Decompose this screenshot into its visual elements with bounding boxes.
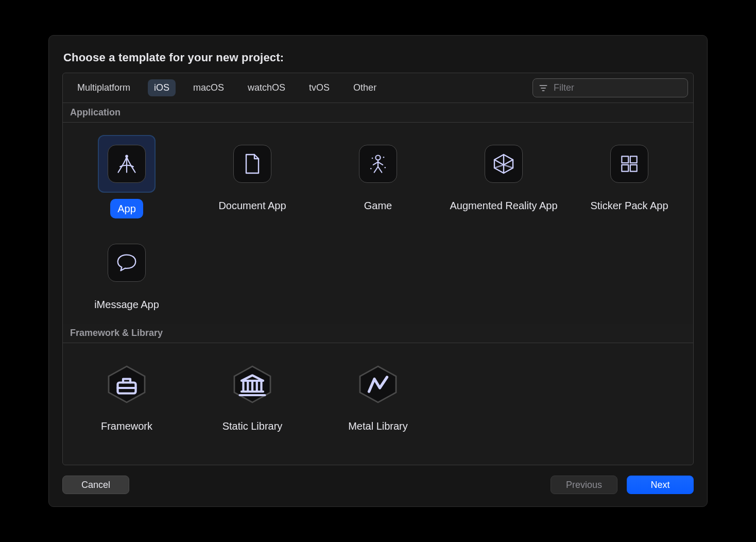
footer-buttons: Cancel Previous Next bbox=[62, 476, 694, 494]
app-icon bbox=[108, 145, 146, 183]
next-button[interactable]: Next bbox=[627, 476, 694, 494]
template-grid: App Document App Game bbox=[63, 123, 693, 324]
metal-icon bbox=[356, 363, 400, 406]
template-label: iMessage App bbox=[94, 298, 159, 311]
message-icon bbox=[108, 244, 146, 282]
svg-point-7 bbox=[383, 157, 385, 158]
svg-point-5 bbox=[375, 156, 380, 160]
template-label: App bbox=[110, 199, 143, 218]
template-label: Game bbox=[364, 199, 392, 212]
document-icon bbox=[233, 145, 271, 183]
template-tile-wrap bbox=[224, 135, 281, 193]
filter-icon bbox=[538, 83, 548, 93]
template-game[interactable]: Game bbox=[317, 128, 439, 223]
svg-rect-11 bbox=[630, 156, 637, 163]
section-header: Framework & Library bbox=[63, 324, 693, 343]
tab-watchos[interactable]: watchOS bbox=[242, 79, 291, 96]
section-framework-library: Framework & Library Framework Static Lib… bbox=[63, 324, 693, 445]
previous-button[interactable]: Previous bbox=[551, 476, 617, 494]
template-label: Framework bbox=[101, 419, 152, 433]
sections: Application App Document App bbox=[63, 103, 693, 445]
template-tile-wrap bbox=[600, 135, 658, 193]
svg-point-6 bbox=[372, 158, 373, 159]
section-application: Application App Document App bbox=[63, 103, 693, 324]
template-static-library[interactable]: Static Library bbox=[192, 348, 313, 437]
tab-multiplatform[interactable]: Multiplatform bbox=[71, 79, 136, 96]
template-imessage[interactable]: iMessage App bbox=[66, 227, 187, 315]
template-app[interactable]: App bbox=[66, 128, 187, 223]
template-tile-wrap bbox=[224, 355, 281, 413]
section-header: Application bbox=[63, 103, 693, 123]
template-document-app[interactable]: Document App bbox=[192, 128, 313, 223]
new-project-window: Choose a template for your new project: … bbox=[48, 35, 708, 507]
template-label: Metal Library bbox=[348, 419, 408, 433]
template-grid: Framework Static Library Metal Library bbox=[63, 343, 693, 445]
template-tile-wrap bbox=[349, 355, 407, 413]
tab-macos[interactable]: macOS bbox=[187, 79, 230, 96]
svg-point-4 bbox=[125, 155, 128, 158]
template-sticker-pack[interactable]: Sticker Pack App bbox=[569, 128, 690, 223]
template-tile-wrap bbox=[98, 135, 156, 193]
template-label: Static Library bbox=[222, 419, 283, 433]
template-metal-library[interactable]: Metal Library bbox=[317, 348, 439, 437]
svg-point-8 bbox=[384, 167, 386, 168]
template-label: Sticker Pack App bbox=[590, 199, 668, 212]
svg-rect-12 bbox=[622, 165, 628, 172]
filter-field[interactable] bbox=[532, 78, 688, 97]
toolbox-icon bbox=[105, 363, 148, 406]
template-tile-wrap bbox=[475, 135, 532, 193]
svg-point-9 bbox=[370, 168, 372, 170]
template-panel: MultiplatformiOSmacOSwatchOStvOSOther Ap… bbox=[62, 73, 694, 465]
template-ar-app[interactable]: Augmented Reality App bbox=[443, 128, 564, 223]
template-tile-wrap bbox=[98, 234, 156, 292]
library-icon bbox=[231, 363, 274, 406]
cancel-button[interactable]: Cancel bbox=[62, 476, 129, 494]
svg-rect-10 bbox=[622, 156, 628, 163]
platform-tabs: MultiplatformiOSmacOSwatchOStvOSOther bbox=[68, 79, 383, 96]
sticker-icon bbox=[610, 145, 648, 183]
topbar: MultiplatformiOSmacOSwatchOStvOSOther bbox=[63, 73, 693, 103]
svg-marker-14 bbox=[109, 366, 145, 402]
tab-tvos[interactable]: tvOS bbox=[303, 79, 336, 96]
filter-input[interactable] bbox=[553, 82, 682, 94]
template-label: Document App bbox=[218, 199, 286, 212]
template-label: Augmented Reality App bbox=[450, 199, 557, 212]
ar-icon bbox=[485, 145, 523, 183]
tab-ios[interactable]: iOS bbox=[148, 79, 176, 96]
template-tile-wrap bbox=[349, 135, 407, 193]
game-icon bbox=[359, 145, 397, 183]
tab-other[interactable]: Other bbox=[347, 79, 383, 96]
template-framework[interactable]: Framework bbox=[66, 348, 187, 437]
svg-rect-13 bbox=[630, 165, 637, 172]
page-title: Choose a template for your new project: bbox=[63, 51, 694, 64]
template-tile-wrap bbox=[98, 355, 156, 413]
